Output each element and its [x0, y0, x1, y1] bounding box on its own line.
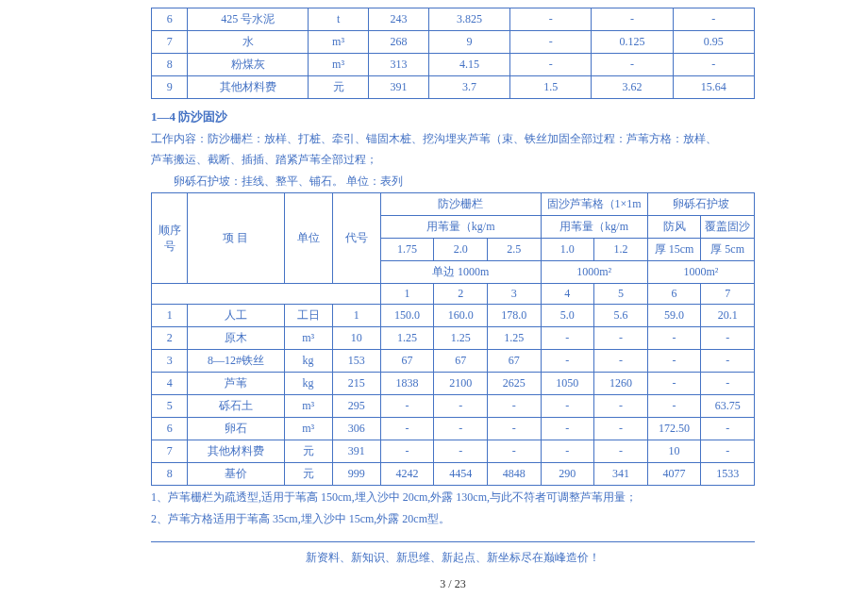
cell: 4454 [434, 463, 488, 486]
cell: - [647, 395, 701, 418]
sub-wind: 防风 [647, 216, 701, 239]
col-175: 1.75 [380, 239, 434, 261]
group-fence: 防沙栅栏 [380, 193, 541, 216]
cell: 1838 [380, 373, 434, 395]
cell: 9 [152, 76, 188, 99]
cell: 1533 [701, 463, 755, 486]
table-row: 7水m³2689-0.1250.95 [152, 31, 755, 54]
cell: - [510, 8, 592, 31]
group-reed-grid: 固沙芦苇格（1×1m [541, 193, 647, 216]
cell: 1050 [541, 373, 594, 395]
cell: 4242 [380, 463, 434, 486]
note-1: 1、芦苇栅栏为疏透型,适用于苇高 150cm,埋入沙中 20cm,外露 130c… [151, 488, 755, 506]
cell: - [701, 327, 755, 350]
cell: 67 [434, 350, 488, 373]
cell: - [510, 54, 592, 76]
cell: 卵石 [188, 418, 284, 440]
cell: 999 [332, 463, 380, 486]
cell: 1260 [594, 373, 648, 395]
cell: - [594, 327, 648, 350]
table-row: 4芦苇kg21518382100262510501260-- [152, 373, 755, 395]
unit-1000m: 单边 1000m [380, 261, 541, 284]
cell: m³ [309, 54, 369, 76]
cell: 2 [152, 327, 188, 350]
cell: 153 [332, 350, 380, 373]
cell: 4 [152, 373, 188, 395]
cell: 3.7 [428, 76, 509, 99]
table-row: 7其他材料费元391-----10- [152, 440, 755, 463]
cell: - [487, 418, 541, 440]
cell: - [541, 440, 594, 463]
col-code: 代号 [332, 193, 380, 284]
cell: 172.50 [647, 418, 701, 440]
cell: - [701, 418, 755, 440]
cell: - [647, 350, 701, 373]
cell: - [434, 440, 488, 463]
cell: 5.0 [541, 305, 594, 327]
cell: - [647, 327, 701, 350]
cell: 15.64 [673, 76, 754, 99]
cell: 268 [369, 31, 429, 54]
cell: 4077 [647, 463, 701, 486]
cell: - [434, 418, 488, 440]
table-row: 5砾石土m³295------63.75 [152, 395, 755, 418]
table-row: 38—12#铁丝kg153676767---- [152, 350, 755, 373]
cell: 1.5 [510, 76, 592, 99]
unit-1000m2-b: 1000m² [647, 261, 754, 284]
table-row: 8粉煤灰m³3134.15--- [152, 54, 755, 76]
cell: - [541, 350, 594, 373]
cell: - [594, 395, 648, 418]
table-row: 2原木m³101.251.251.25---- [152, 327, 755, 350]
cell: - [673, 54, 754, 76]
cell: 芦苇 [188, 373, 284, 395]
colnum-5: 5 [594, 284, 648, 305]
section-desc-2: 芦苇搬运、截断、插插、踏紧芦苇全部过程； [151, 150, 755, 169]
cell: 8—12#铁丝 [188, 350, 284, 373]
section-desc-3: 卵砾石护坡：挂线、整平、铺石。 单位：表列 [151, 172, 755, 191]
colnum-2: 2 [434, 284, 488, 305]
cell: 2625 [487, 373, 541, 395]
cell: - [487, 440, 541, 463]
cell: 215 [332, 373, 380, 395]
cell: 2100 [434, 373, 488, 395]
cell: 178.0 [487, 305, 541, 327]
cell: 水 [188, 31, 309, 54]
cell: - [541, 395, 594, 418]
col-unit: 单位 [284, 193, 332, 284]
sub-reed-qty-1: 用苇量（kg/m [380, 216, 541, 239]
cell: 3.825 [428, 8, 509, 31]
cell: 243 [369, 8, 429, 31]
cell: - [510, 31, 592, 54]
cell: m³ [284, 395, 332, 418]
cell: 306 [332, 418, 380, 440]
cell: 1 [152, 305, 188, 327]
col-thick15: 厚 15cm [647, 239, 701, 261]
cell: t [309, 8, 369, 31]
cell: 其他材料费 [188, 76, 309, 99]
colnum-3: 3 [487, 284, 541, 305]
cell: 425 号水泥 [188, 8, 309, 31]
cell: 7 [152, 440, 188, 463]
cell: - [701, 440, 755, 463]
cell: 67 [380, 350, 434, 373]
cell: - [434, 395, 488, 418]
cell: 元 [284, 440, 332, 463]
cell: 5.6 [594, 305, 648, 327]
unit-1000m2-a: 1000m² [541, 261, 647, 284]
main-data-table: 顺序号 项 目 单位 代号 防沙栅栏 固沙芦苇格（1×1m 卵砾石护坡 用苇量（… [151, 192, 755, 486]
cell: 6 [152, 8, 188, 31]
col-thick5: 厚 5cm [701, 239, 755, 261]
colnum-6: 6 [647, 284, 701, 305]
col-10: 1.0 [541, 239, 594, 261]
cell: 290 [541, 463, 594, 486]
cell: 1.25 [380, 327, 434, 350]
cell: 1.25 [487, 327, 541, 350]
cell: - [487, 395, 541, 418]
cell: 160.0 [434, 305, 488, 327]
table-row: 9其他材料费元3913.71.53.6215.64 [152, 76, 755, 99]
table-row: 1人工工日1150.0160.0178.05.05.659.020.1 [152, 305, 755, 327]
cell: 7 [152, 31, 188, 54]
cell: 67 [487, 350, 541, 373]
cell: 6 [152, 418, 188, 440]
cell: - [673, 8, 754, 31]
